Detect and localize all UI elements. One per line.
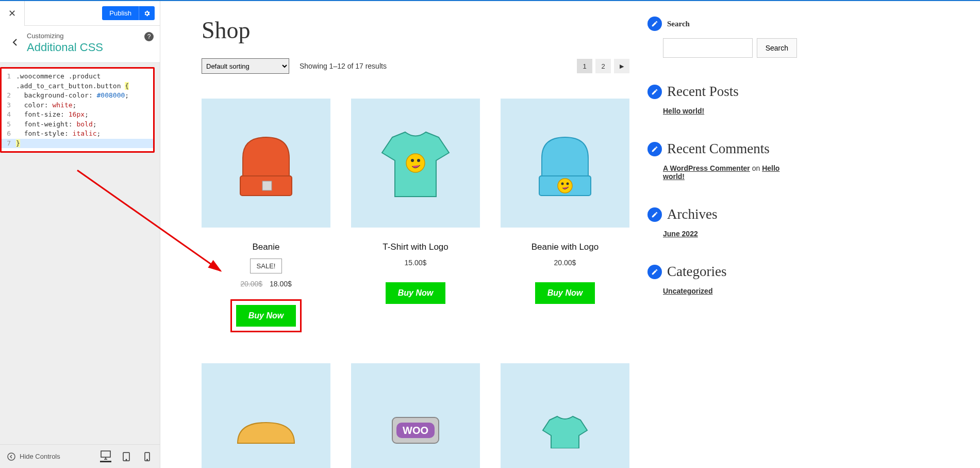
product-card: WOO: [351, 363, 480, 468]
search-input[interactable]: [663, 38, 753, 58]
recent-post-link[interactable]: Hello world!: [663, 107, 704, 115]
edit-widget-icon[interactable]: [647, 207, 662, 222]
search-widget: Search Search: [647, 17, 797, 58]
edit-widget-icon[interactable]: [647, 17, 662, 31]
recent-comments-widget: Recent Comments A WordPress Commenter on…: [647, 141, 797, 181]
tshirt2-icon: [526, 407, 604, 448]
pagination: 1 2 ▶: [577, 59, 629, 73]
widget-header: Recent Comments: [647, 141, 797, 157]
recent-posts-widget: Recent Posts Hello world!: [647, 84, 797, 115]
archives-widget: Archives June 2022: [647, 206, 797, 238]
category-link[interactable]: Uncategorized: [663, 287, 712, 295]
widget-label: Search: [667, 20, 690, 28]
svg-point-5: [146, 459, 147, 460]
page-1[interactable]: 1: [577, 59, 592, 73]
tshirt-icon: [372, 122, 459, 204]
product-image[interactable]: [501, 363, 629, 468]
search-row: Search: [663, 38, 797, 58]
product-image[interactable]: [202, 99, 330, 228]
device-preview-icons: [100, 451, 153, 462]
shop-wrap: Shop Default sorting Showing 1–12 of 17 …: [160, 1, 980, 468]
product-image[interactable]: WOO: [351, 363, 480, 468]
woo-logo-icon: WOO: [377, 407, 454, 448]
app-root: ✕ Publish Customizing Additional CSS ? 1…: [0, 0, 980, 468]
product-image[interactable]: [501, 99, 629, 228]
mobile-icon[interactable]: [141, 451, 153, 462]
collapse-icon: [7, 453, 15, 461]
svg-rect-1: [101, 451, 110, 457]
publish-button[interactable]: Publish: [102, 6, 139, 20]
product-price: 20.00$ 18.00$: [202, 280, 330, 288]
css-editor-highlight: 1.woocommerce .product .add_to_cart_butt…: [0, 67, 155, 153]
widget-header: Recent Posts: [647, 84, 797, 100]
customizer-footer: Hide Controls: [0, 444, 160, 468]
help-icon[interactable]: ?: [144, 32, 154, 41]
page-title: Shop: [202, 17, 629, 44]
product-card: Beanie SALE! 20.00$ 18.00$ Buy Now: [202, 99, 330, 332]
desktop-icon[interactable]: [100, 451, 111, 462]
widget-title: Categories: [667, 264, 726, 280]
buy-now-button[interactable]: Buy Now: [236, 305, 296, 327]
page-next[interactable]: ▶: [614, 59, 629, 73]
beanie-orange-icon: [227, 122, 305, 204]
product-name: Beanie: [202, 242, 330, 252]
svg-point-3: [126, 459, 126, 460]
archive-link[interactable]: June 2022: [663, 230, 698, 238]
widget-body: A WordPress Commenter on Hello world!: [663, 164, 797, 181]
section-titles: Customizing Additional CSS: [27, 32, 153, 54]
back-button[interactable]: [6, 32, 24, 53]
buy-now-button[interactable]: Buy Now: [535, 282, 595, 304]
svg-point-12: [558, 179, 572, 193]
edit-widget-icon[interactable]: [647, 265, 662, 279]
page-2[interactable]: 2: [595, 59, 611, 73]
svg-point-13: [561, 183, 564, 185]
widget-header: Search: [647, 17, 797, 31]
tablet-icon[interactable]: [121, 451, 132, 462]
hide-controls-button[interactable]: Hide Controls: [7, 453, 60, 461]
svg-rect-7: [262, 181, 272, 190]
widget-header: Archives: [647, 206, 797, 222]
buy-now-button[interactable]: Buy Now: [386, 282, 445, 304]
edit-widget-icon[interactable]: [647, 142, 662, 156]
product-name: Beanie with Logo: [501, 242, 629, 252]
sale-badge: SALE!: [250, 259, 283, 273]
product-image[interactable]: [202, 363, 330, 468]
products-grid: Beanie SALE! 20.00$ 18.00$ Buy Now: [202, 99, 629, 468]
section-header: Customizing Additional CSS ?: [0, 26, 160, 63]
commenter-link[interactable]: A WordPress Commenter: [663, 164, 750, 172]
widget-body: June 2022: [663, 230, 797, 238]
shop-main: Shop Default sorting Showing 1–12 of 17 …: [202, 11, 629, 468]
svg-point-0: [8, 453, 15, 460]
product-card: [501, 363, 629, 468]
chevron-left-icon: [12, 38, 18, 46]
product-price: 20.00$: [501, 259, 629, 267]
product-card: [202, 363, 330, 468]
old-price: 20.00$: [240, 280, 262, 288]
sort-select[interactable]: Default sorting: [202, 58, 289, 74]
categories-widget: Categories Uncategorized: [647, 264, 797, 295]
preview-pane: Shop Default sorting Showing 1–12 of 17 …: [160, 1, 980, 468]
svg-point-14: [567, 183, 569, 185]
widget-body: Uncategorized: [663, 287, 797, 295]
shop-controls: Default sorting Showing 1–12 of 17 resul…: [202, 58, 629, 74]
css-editor[interactable]: 1.woocommerce .product .add_to_cart_butt…: [2, 69, 153, 151]
widget-header: Categories: [647, 264, 797, 280]
shop-sidebar: Search Search Recent Posts Hello world!: [647, 11, 797, 468]
on-text: on: [750, 164, 762, 172]
beanie-blue-icon: [526, 122, 604, 204]
search-button[interactable]: Search: [757, 38, 797, 58]
publish-settings-button[interactable]: [139, 6, 155, 20]
gear-icon: [143, 10, 151, 17]
cap-icon: [227, 407, 305, 448]
edit-widget-icon[interactable]: [647, 85, 662, 99]
section-title: Additional CSS: [27, 41, 153, 54]
current-price: 18.00$: [270, 280, 292, 288]
buy-button-highlight: Buy Now: [230, 299, 302, 332]
widget-title: Recent Comments: [667, 141, 770, 157]
customizing-label: Customizing: [27, 32, 153, 40]
widget-body: Hello world!: [663, 107, 797, 115]
customizer-header: ✕ Publish: [0, 1, 160, 26]
close-icon[interactable]: ✕: [0, 1, 25, 26]
product-price: 15.00$: [351, 259, 480, 267]
product-image[interactable]: [351, 99, 480, 228]
